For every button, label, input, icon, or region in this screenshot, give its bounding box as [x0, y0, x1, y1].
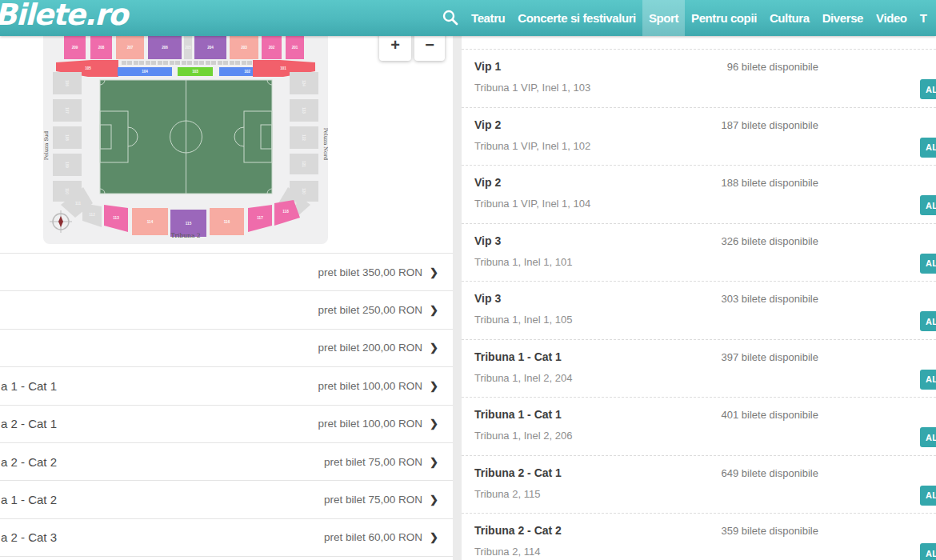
nav-item-concerte-si-festivaluri[interactable]: Concerte si festivaluri [511, 0, 642, 36]
stadium-section-label-121: 121 [302, 161, 306, 167]
vip-loge-boxes [122, 61, 252, 65]
ticket-location: Tribuna 1, Inel 2, 204 [474, 372, 572, 384]
chevron-right-icon: ❯ [430, 494, 438, 506]
chevron-right-icon: ❯ [430, 304, 438, 316]
chevron-right-icon: ❯ [430, 531, 438, 543]
stadium-section-label-104: 104 [142, 70, 148, 74]
stadium-section-label-204: 204 [207, 46, 214, 50]
price-category-row[interactable]: a 2 - Cat 1 pret bilet 100,00 RON ❯ [0, 406, 453, 443]
stadium-section-label-117: 117 [257, 216, 263, 220]
stadium-section-label-116: 116 [224, 220, 230, 224]
peluza-sud-label: Peluza Sud [43, 131, 50, 160]
price-category-row[interactable]: pret bilet 250,00 RON ❯ [0, 291, 453, 329]
ticket-availability: 401 bilete disponibile [722, 409, 818, 421]
price-category-row[interactable]: a 2 - Cat 2 pret bilet 75,00 RON ❯ [0, 443, 453, 481]
stadium-section-label-124: 124 [302, 80, 306, 86]
alege-button[interactable]: AL [920, 79, 936, 99]
ticket-availability: 187 bilete disponibile [722, 119, 818, 131]
price-category-name: a 2 - Cat 3 [1, 530, 57, 544]
search-icon [442, 9, 459, 26]
ticket-location: Tribuna 1 VIP, Inel 1, 103 [474, 82, 590, 94]
alege-button[interactable]: AL [920, 543, 936, 560]
ticket-row: Tribuna 2 - Cat 2 359 bilete disponibile… [462, 514, 936, 560]
main-nav: TeatruConcerte si festivaluriSportPentru… [465, 0, 933, 36]
price-category-row[interactable]: a 2 - Cat 3 pret bilet 60,00 RON ❯ [0, 519, 453, 557]
ticket-location: Tribuna 1 VIP, Inel 1, 104 [474, 198, 590, 210]
ticket-availability: 303 bilete disponibile [722, 293, 818, 305]
stadium-section-label-206: 206 [162, 46, 168, 50]
chevron-right-icon: ❯ [430, 418, 438, 430]
stadium-section-label-122: 122 [302, 134, 306, 141]
stadium-map[interactable]: 2092082072062052042032022011051041031021… [43, 26, 328, 244]
alege-button[interactable]: AL [920, 427, 936, 447]
price-category-row[interactable]: a 1 - Cat 1 pret bilet 100,00 RON ❯ [0, 367, 453, 405]
price-label: pret bilet 350,00 RON [318, 266, 423, 278]
price-category-name: a 2 - Cat 1 [1, 417, 57, 430]
stadium-section-label-203: 203 [241, 46, 247, 50]
stadium-section-label-101: 101 [280, 66, 286, 70]
ticket-availability: 96 bilete disponibile [727, 61, 818, 73]
ticket-availability: 326 bilete disponibile [722, 235, 818, 247]
peluza-nord-label: Peluza Nord [322, 128, 328, 160]
ticket-location: Tribuna 1, Inel 1, 101 [474, 256, 572, 268]
ticket-title: Tribuna 1 - Cat 1 [474, 408, 562, 421]
price-category-row[interactable]: a 1 - Cat 2 pret bilet 75,00 RON ❯ [0, 481, 453, 518]
ticket-location: Tribuna 2, 115 [474, 488, 540, 500]
stadium-section-label-209: 209 [72, 46, 78, 50]
ticket-row: Tribuna 1 - Cat 1 397 bilete disponibile… [462, 340, 936, 398]
stadium-section-label-114: 114 [147, 220, 154, 224]
price-label: pret bilet 200,00 RON [318, 342, 423, 354]
stadium-section-label-112: 112 [89, 213, 95, 217]
football-field [100, 80, 272, 194]
stadium-section-label-120: 120 [302, 188, 306, 194]
alege-button[interactable]: AL [920, 370, 936, 390]
ticket-title: Vip 2 [474, 176, 501, 189]
site-logo[interactable]: Bilete.ro [0, 0, 127, 32]
price-category-list: pret bilet 350,00 RON ❯ pret bilet 250,0… [0, 253, 453, 557]
alege-button[interactable]: AL [920, 486, 936, 506]
chevron-right-icon: ❯ [430, 456, 438, 468]
nav-item-diverse[interactable]: Diverse [816, 0, 870, 36]
stadium-section-label-109: 109 [65, 162, 69, 168]
stadium-map-svg: 2092082072062052042032022011051041031021… [43, 26, 328, 244]
price-category-row[interactable]: pret bilet 200,00 RON ❯ [0, 330, 453, 367]
price-label: pret bilet 100,00 RON [318, 418, 423, 430]
ticket-location: Tribuna 2, 114 [474, 546, 540, 558]
price-category-name: a 1 - Cat 1 [1, 379, 57, 393]
ticket-availability: 188 bilete disponibile [722, 177, 818, 189]
alege-button[interactable]: AL [920, 311, 936, 331]
stadium-section-label-110: 110 [65, 188, 69, 194]
page: 2092082072062052042032022011051041031021… [0, 0, 936, 560]
ticket-row: Tribuna 2 - Cat 1 649 bilete disponibile… [462, 456, 936, 514]
price-category-row[interactable]: pret bilet 350,00 RON ❯ [0, 254, 453, 291]
stadium-section-label-113: 113 [113, 216, 119, 220]
tribuna-2-label: Tribuna 2 [170, 232, 200, 239]
nav-item-sport[interactable]: Sport [642, 0, 685, 36]
price-label: pret bilet 75,00 RON [324, 494, 422, 506]
price-label: pret bilet 100,00 RON [318, 380, 423, 392]
price-category-name: a 2 - Cat 2 [1, 455, 57, 469]
search-button[interactable] [440, 9, 461, 28]
alege-button[interactable]: AL [920, 195, 936, 215]
price-label: pret bilet 75,00 RON [324, 456, 422, 468]
alege-button[interactable]: AL [920, 138, 936, 158]
chevron-right-icon: ❯ [430, 342, 438, 354]
alege-button[interactable]: AL [920, 254, 936, 274]
nav-item-pentru-copii[interactable]: Pentru copii [685, 0, 763, 36]
nav-item-video[interactable]: Video [870, 0, 914, 36]
stadium-section-label-118: 118 [282, 210, 289, 214]
nav-item-teatru[interactable]: Teatru [465, 0, 511, 36]
ticket-title: Tribuna 1 - Cat 1 [474, 350, 562, 363]
ticket-availability: 649 bilete disponibile [722, 467, 818, 479]
chevron-right-icon: ❯ [430, 266, 438, 278]
stadium-section-label-108: 108 [65, 134, 69, 141]
stadium-section-label-205: 205 [185, 46, 191, 50]
stadium-section-label-208: 208 [98, 46, 105, 50]
nav-item-cultura[interactable]: Cultura [763, 0, 816, 36]
stadium-section-label-106: 106 [65, 80, 69, 86]
nav-item-t[interactable]: T [914, 0, 934, 36]
stadium-section-label-207: 207 [127, 46, 134, 50]
stadium-section-label-202: 202 [269, 46, 275, 50]
ticket-row: Vip 3 326 bilete disponibile Tribuna 1, … [462, 224, 936, 282]
ticket-availability: 397 bilete disponibile [722, 351, 818, 363]
